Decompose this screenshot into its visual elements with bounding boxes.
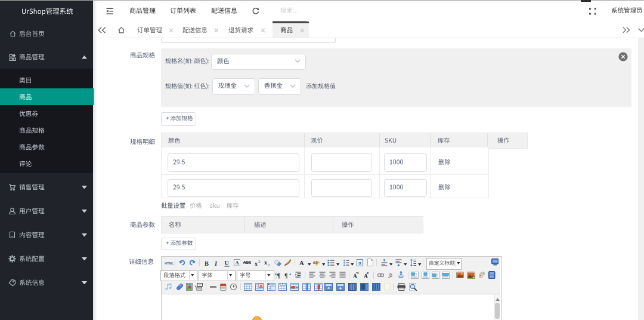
svg-text:2: 2	[268, 263, 270, 266]
svg-text:A: A	[299, 260, 304, 266]
svg-text:A: A	[235, 260, 239, 266]
svg-text:I: I	[214, 260, 218, 266]
svg-text:x: x	[255, 260, 258, 266]
svg-text:HTML: HTML	[165, 261, 174, 265]
svg-text:A: A	[353, 273, 357, 279]
svg-text:¶: ¶	[277, 272, 280, 279]
svg-text:2: 2	[258, 259, 261, 264]
svg-text:A: A	[364, 273, 368, 279]
svg-text:¶: ¶	[284, 272, 287, 279]
svg-text:U: U	[224, 260, 228, 266]
svg-text:a: a	[358, 260, 361, 266]
svg-text:B: B	[205, 260, 209, 266]
svg-text:x: x	[264, 259, 267, 266]
